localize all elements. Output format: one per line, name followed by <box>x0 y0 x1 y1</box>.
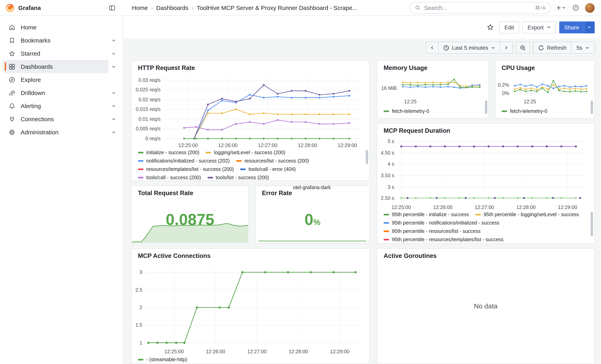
http-request-rate-chart[interactable]: 0 req/s0.005 req/s0.01 req/s0.015 req/s0… <box>135 74 363 148</box>
sidebar-item-drilldown[interactable]: Drilldown <box>3 86 109 99</box>
panel-cpu-usage: CPU Usage 0%0.2%12:25 fetch-telemetry-0 <box>495 60 595 118</box>
breadcrumb-current-dashboard: ToolHive MCP Server & Proxy Runner Dashb… <box>197 4 357 11</box>
refresh-group: Refresh 5s <box>533 42 595 54</box>
legend-item[interactable]: tools/list - success (200) <box>207 175 269 180</box>
y-axis-label: 16 MiB <box>381 85 397 91</box>
chevron-down-icon[interactable] <box>109 38 119 43</box>
x-axis-label: 12:29:00 <box>338 142 357 149</box>
memory-usage-chart[interactable]: 16 MiB12:25 <box>380 74 485 105</box>
legend-item[interactable]: 95th percentile - logging/setLevel - suc… <box>475 212 579 217</box>
legend-item[interactable]: 95th percentile - notifications/initiali… <box>384 220 500 226</box>
sidebar-item-explore[interactable]: Explore <box>3 73 119 86</box>
legend-item[interactable]: tools/call - error (404) <box>240 167 296 172</box>
breadcrumb-dashboards[interactable]: Dashboards <box>156 4 188 11</box>
share-button-label: Share <box>564 24 579 30</box>
panel-title[interactable]: Total Request Rate <box>131 186 249 197</box>
chevron-down-icon[interactable] <box>109 51 119 56</box>
share-button[interactable]: Share <box>559 21 584 33</box>
y-axis-label: 0.2% <box>498 82 509 88</box>
x-axis-label: 12:29:00 <box>558 204 577 211</box>
sidebar-item-bookmarks[interactable]: Bookmarks <box>3 34 109 47</box>
legend-item[interactable]: fetch-telemetry-0 <box>502 108 547 114</box>
legend-item[interactable]: resources/list - success (200) <box>236 158 309 164</box>
sidebar-item-label: Explore <box>21 76 41 83</box>
star-dashboard-button[interactable] <box>485 21 496 33</box>
breadcrumb-home[interactable]: Home <box>132 4 148 11</box>
chart-canvas <box>145 266 361 348</box>
panel-title[interactable]: Memory Usage <box>377 61 489 71</box>
sidebar-item-label: Drilldown <box>21 89 45 96</box>
y-axis-label: 3.50 s <box>381 172 394 179</box>
y-axis-label: 0% <box>502 90 509 97</box>
x-axis-label: 12:25:00 <box>164 348 184 355</box>
share-dropdown-button[interactable] <box>584 21 595 33</box>
legend-scrollbar-thumb[interactable] <box>366 150 368 164</box>
zoom-out-button[interactable] <box>516 42 530 54</box>
panel-title[interactable]: MCP Active Connections <box>131 249 369 259</box>
legend-item[interactable]: logging/setLevel - success (200) <box>206 150 285 155</box>
cpu-usage-chart[interactable]: 0%0.2%12:25 <box>498 74 590 105</box>
chevron-down-icon <box>562 6 566 10</box>
legend-item[interactable]: initialize - success (200) <box>138 150 199 155</box>
x-axis-label: 12:29:00 <box>330 348 349 355</box>
connections-legend: - (streamable-http) <box>138 357 364 362</box>
new-button[interactable]: + <box>556 4 566 11</box>
mcp-request-duration-chart[interactable]: 2.50 s3 s3.50 s4 s4.50 s5 s12:25:0012:26… <box>381 137 589 210</box>
legend-item[interactable]: 95th percentile - resources/templates/li… <box>384 237 503 242</box>
legend-label: initialize - success (200) <box>146 150 199 155</box>
plus-icon: + <box>556 4 561 11</box>
legend-item[interactable]: - (streamable-http) <box>138 357 187 362</box>
mcp-active-connections-chart[interactable]: 11.522.5312:25:0012:26:0012:27:0012:28:0… <box>136 265 363 354</box>
legend-scrollbar-thumb[interactable] <box>485 100 487 114</box>
legend-item[interactable]: 95th percentile - resources/list - succe… <box>384 228 481 234</box>
y-axis-label: 0 req/s <box>145 135 160 142</box>
chevron-down-icon[interactable] <box>109 90 119 95</box>
legend-item[interactable]: resources/templates/list - success (200) <box>138 167 234 172</box>
sidebar-item-administration[interactable]: Administration <box>3 126 109 139</box>
legend-item[interactable]: fetch-telemetry-0 <box>384 108 429 114</box>
sidebar-item-home[interactable]: Home <box>3 21 119 34</box>
time-shift-forward-button[interactable] <box>500 42 513 54</box>
legend-scrollbar-thumb[interactable] <box>591 100 593 114</box>
x-axis-label: 12:25 <box>524 98 536 105</box>
help-button[interactable]: ? <box>570 2 581 13</box>
edit-button[interactable]: Edit <box>499 21 519 33</box>
chevron-down-icon[interactable] <box>109 130 119 135</box>
sidebar-item-alerting[interactable]: Alerting <box>3 99 109 112</box>
time-range-picker-button[interactable]: Last 5 minutes <box>438 42 501 54</box>
time-shift-back-button[interactable] <box>426 42 438 54</box>
export-button[interactable]: Export <box>522 21 556 33</box>
legend-item[interactable]: tools/call - success (200) <box>138 175 201 180</box>
chevron-down-icon[interactable] <box>109 64 119 69</box>
y-axis-label: 0.025 req/s <box>136 87 160 93</box>
chart-canvas <box>512 75 588 98</box>
panel-title[interactable]: MCP Request Duration <box>377 124 594 134</box>
grafana-logo-icon[interactable] <box>6 3 14 12</box>
legend-item[interactable]: 95th percentile - initialize - success <box>384 212 469 217</box>
legend-scrollbar-thumb[interactable] <box>591 212 593 236</box>
stat-number: 0 <box>304 211 313 228</box>
refresh-button[interactable]: Refresh <box>533 42 571 54</box>
legend-label: 95th percentile - resources/list - succe… <box>392 228 481 234</box>
panel-title[interactable]: CPU Usage <box>495 61 594 71</box>
chevron-down-icon[interactable] <box>109 104 119 108</box>
x-axis-label: 12:25:00 <box>391 204 411 211</box>
memory-legend: fetch-telemetry-0 <box>384 108 484 114</box>
sidebar-item-starred[interactable]: Starred <box>3 47 109 60</box>
user-avatar[interactable] <box>585 3 595 12</box>
sidebar-item-connections[interactable]: Connections <box>3 112 109 126</box>
refresh-interval-button[interactable]: 5s <box>571 42 595 54</box>
chart-canvas <box>163 76 361 141</box>
chevron-down-icon[interactable] <box>109 117 119 121</box>
sidebar-item-dashboards[interactable]: Dashboards <box>3 60 109 73</box>
panel-total-request-rate: Total Request Rate 0.0875 <box>131 186 249 244</box>
sidebar-row: Alerting <box>3 99 119 112</box>
y-axis-label: 3 <box>140 269 142 275</box>
legend-item[interactable]: notifications/initialized - success (202… <box>138 158 230 164</box>
x-axis-label: 12:26:00 <box>206 348 225 355</box>
search-placeholder: Search... <box>424 5 531 11</box>
search-input[interactable]: Search... ⌘+k <box>410 2 551 14</box>
panel-title[interactable]: HTTP Request Rate <box>131 61 369 71</box>
chart-canvas <box>259 238 366 242</box>
sidebar-collapse-button[interactable] <box>107 2 118 13</box>
